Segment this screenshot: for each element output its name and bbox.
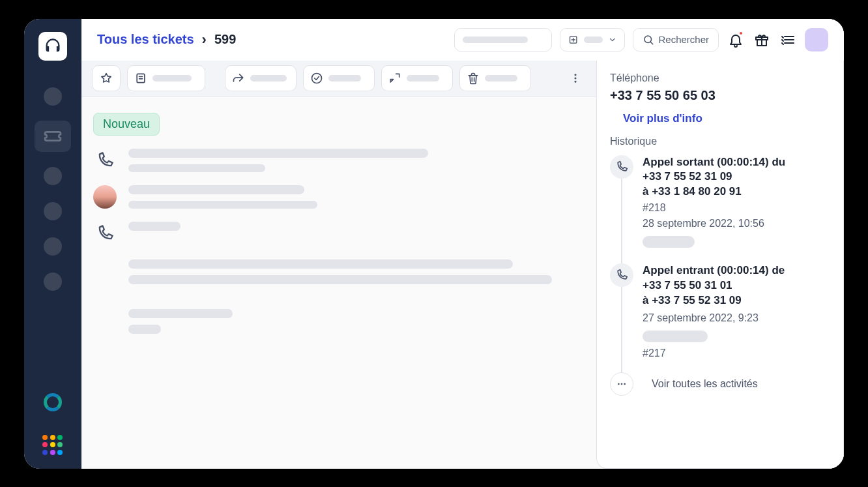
phone-icon	[610, 155, 633, 179]
kebab-menu[interactable]	[565, 65, 586, 91]
timeline: Appel sortant (00:00:14) du +33 7 55 52 …	[610, 155, 830, 396]
user-avatar[interactable]	[805, 28, 828, 52]
nav-item-5[interactable]	[44, 237, 62, 256]
delete-button[interactable]	[459, 65, 531, 91]
search-button[interactable]: Rechercher	[633, 28, 719, 52]
app-window: Tous les tickets › 599 Rechercher	[24, 19, 844, 469]
timeline-item: Appel sortant (00:00:14) du +33 7 55 52 …	[610, 155, 830, 264]
queue-icon[interactable]	[779, 31, 797, 49]
agent-avatar	[93, 185, 117, 209]
nav-item-6[interactable]	[44, 273, 62, 291]
phone-label: Téléphone	[610, 72, 830, 84]
phone-icon	[610, 263, 633, 287]
phone-icon	[93, 222, 117, 245]
nav-item-tickets[interactable]	[35, 121, 71, 152]
status-ring-icon[interactable]	[44, 393, 62, 411]
status-badge: Nouveau	[93, 113, 160, 136]
breadcrumb: Tous les tickets › 599	[97, 31, 236, 48]
message-item	[93, 185, 585, 209]
toolbar	[81, 61, 596, 97]
resolve-button[interactable]	[303, 65, 375, 91]
note-button[interactable]	[127, 65, 205, 91]
nav-item-4[interactable]	[44, 202, 62, 220]
thread-pane: Nouveau	[81, 61, 596, 469]
svg-point-6	[575, 74, 577, 76]
star-button[interactable]	[92, 65, 121, 91]
svg-point-7	[575, 78, 577, 80]
topbar: Tous les tickets › 599 Rechercher	[81, 19, 844, 61]
status-row: Nouveau	[81, 97, 596, 142]
timeline-date: 28 septembre 2022, 10:56	[643, 218, 830, 229]
timeline-date: 27 septembre 2022, 9:23	[643, 312, 830, 324]
bell-icon[interactable]	[727, 31, 745, 49]
phone-number: +33 7 55 50 65 03	[610, 88, 830, 103]
nav-item-3[interactable]	[44, 167, 62, 185]
timeline-item: Appel entrant (00:00:14) de +33 7 55 50 …	[610, 263, 830, 372]
notification-dot	[738, 31, 744, 36]
svg-point-9	[618, 383, 620, 385]
timeline-more: Voir toutes les activités	[610, 372, 830, 396]
gift-icon[interactable]	[753, 31, 771, 49]
apps-grid-icon[interactable]	[42, 435, 63, 456]
svg-point-11	[624, 383, 626, 385]
timeline-chip	[643, 236, 695, 248]
topbar-select-2[interactable]	[560, 28, 625, 52]
content: Nouveau	[81, 61, 844, 469]
svg-point-5	[312, 74, 322, 83]
main-area: Tous les tickets › 599 Rechercher	[81, 19, 844, 469]
more-button[interactable]	[610, 372, 633, 396]
message-item	[93, 222, 585, 334]
svg-point-10	[621, 383, 623, 385]
breadcrumb-id: 599	[214, 32, 236, 47]
timeline-ticket[interactable]: #217	[643, 347, 830, 359]
svg-point-8	[575, 81, 577, 83]
assign-button[interactable]	[381, 65, 453, 91]
search-label: Rechercher	[658, 34, 709, 45]
sidebar	[24, 19, 81, 469]
details-pane: Téléphone +33 7 55 50 65 03 Voir plus d'…	[596, 61, 844, 469]
history-label: Historique	[610, 136, 830, 147]
app-logo[interactable]	[38, 32, 67, 61]
breadcrumb-root[interactable]: Tous les tickets	[97, 32, 194, 47]
view-all-link[interactable]: Voir toutes les activités	[652, 378, 758, 390]
topbar-select-1[interactable]	[454, 28, 552, 52]
message-item	[93, 149, 585, 172]
phone-icon	[93, 149, 117, 172]
chevron-right-icon: ›	[202, 31, 207, 48]
timeline-ticket[interactable]: #218	[643, 202, 830, 214]
reply-button[interactable]	[225, 65, 297, 91]
timeline-chip	[643, 331, 708, 342]
messages-list	[81, 142, 596, 347]
nav-item-1[interactable]	[44, 87, 62, 106]
more-info-link[interactable]: Voir plus d'info	[623, 112, 830, 125]
